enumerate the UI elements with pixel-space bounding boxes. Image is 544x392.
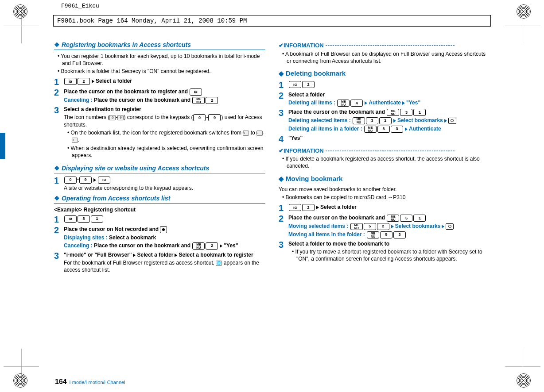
step: 2 Place the cursor on the bookmark and M… bbox=[279, 214, 490, 238]
step-title: Place the cursor on the bookmark to regi… bbox=[64, 88, 202, 95]
step-title: "Yes" bbox=[288, 135, 303, 141]
step-detail: Displaying sites : Select a bookmark bbox=[64, 234, 265, 241]
label-canceling: Canceling : bbox=[64, 242, 94, 249]
step-title: iα2 bbox=[288, 81, 315, 87]
key-menu: MENU bbox=[192, 97, 205, 104]
bullet-item: If you try to move a shortcut-registered… bbox=[292, 248, 490, 262]
registration-target-icon bbox=[517, 4, 531, 19]
key-2: 2 bbox=[377, 223, 389, 230]
key-0: 0 bbox=[193, 114, 206, 121]
step-text: Select a bookmark to register bbox=[179, 252, 253, 258]
detail-text: Place the cursor on the bookmark and bbox=[94, 97, 192, 103]
key-3: 3 bbox=[400, 109, 412, 116]
key-3: 3 bbox=[377, 126, 390, 133]
key-menu: MENU bbox=[192, 242, 205, 250]
key-2: 2 bbox=[206, 97, 218, 104]
arrow-icon bbox=[316, 206, 319, 209]
bullet-list: A bookmark of Full Browser can be displa… bbox=[279, 50, 490, 65]
step-text: Select a folder bbox=[320, 204, 357, 210]
key-2: 2 bbox=[78, 78, 90, 85]
example-label: <Example> Registering shortcut bbox=[54, 206, 265, 213]
arrow-icon bbox=[93, 178, 96, 182]
page-content: ❖Registering bookmarks in Access shortcu… bbox=[54, 38, 490, 374]
step: 2 Select a folder Deleting all items : M… bbox=[279, 91, 490, 107]
arrow-icon bbox=[402, 101, 405, 105]
detail-text: ) correspond to the keypads ( bbox=[124, 114, 193, 120]
heading-text: Registering bookmarks in Access shortcut… bbox=[62, 41, 191, 48]
step: 3 Place the cursor on the bookmark and M… bbox=[279, 108, 490, 132]
key-8: 8 bbox=[78, 215, 90, 223]
bullet-list: If you try to move a shortcut-registered… bbox=[288, 248, 490, 262]
bullet-item: When a destination already registered is… bbox=[67, 145, 265, 159]
book-info-bar: F906i.book Page 164 Monday, April 21, 20… bbox=[53, 15, 491, 27]
label-canceling: Canceling : bbox=[64, 97, 94, 103]
step-number: 2 bbox=[279, 91, 288, 100]
step-detail: Moving selected items : MENU52Select boo… bbox=[288, 223, 490, 230]
detail-text: The icon numbers ( bbox=[64, 114, 109, 120]
step-title: iα2Select a folder bbox=[64, 78, 132, 84]
step: 1 iα81 bbox=[54, 215, 265, 224]
step-number: 3 bbox=[54, 251, 64, 260]
step-detail: Deleting selected items : MENU32Select b… bbox=[288, 117, 490, 124]
heading-text: INFORMATION bbox=[284, 147, 324, 154]
footer-text: i-mode/i-motion/i-Channel bbox=[70, 380, 125, 385]
key-mail: ✉ bbox=[190, 88, 202, 96]
key-2: 2 bbox=[206, 242, 218, 250]
key-3: 3 bbox=[391, 126, 403, 133]
label-deleting-all: Deleting all items : bbox=[288, 100, 337, 106]
detail-text: Select bookmarks bbox=[397, 117, 443, 123]
key-i-alpha: iα bbox=[64, 215, 77, 223]
bullet-item: You can register 1 bookmark for each key… bbox=[58, 53, 265, 67]
arrow-icon bbox=[175, 254, 177, 257]
step-title: Select a destination to register bbox=[64, 106, 265, 113]
step-detail: For the bookmark of Full Browser registe… bbox=[64, 259, 265, 273]
step-title: Select a folder bbox=[288, 91, 490, 98]
step-number: 1 bbox=[54, 77, 64, 86]
step-title: "i-mode" or "Full Browser"Select a folde… bbox=[64, 252, 253, 258]
step-detail: Canceling : Place the cursor on the book… bbox=[64, 242, 265, 250]
arrow-icon bbox=[393, 119, 396, 123]
key-camera bbox=[448, 118, 456, 124]
key-9: 9 bbox=[208, 114, 221, 121]
step-number: 3 bbox=[279, 240, 288, 249]
arrow-icon bbox=[133, 254, 136, 257]
step-title: Select a folder to move the bookmark to bbox=[288, 240, 490, 247]
bullet-list: Bookmarks can be copied to microSD card.… bbox=[279, 194, 490, 201]
shortcut-icon: 0 bbox=[256, 131, 263, 136]
subsection-deleting-bookmark: ◆Deleting bookmark bbox=[279, 69, 490, 78]
step: 2 Place the cursor on the bookmark to re… bbox=[54, 88, 265, 104]
page-canvas: F906i_E1kou F906i.book Page 164 Monday, … bbox=[0, 0, 544, 392]
key-0: 0 bbox=[64, 177, 77, 184]
key-i-alpha: iα bbox=[289, 204, 301, 211]
step-number: 4 bbox=[279, 135, 288, 143]
step-title: iα81 bbox=[64, 215, 104, 222]
step-text: Select a folder bbox=[137, 252, 173, 258]
label-moving-selected: Moving selected items : bbox=[288, 223, 350, 229]
page-footer: 164i-mode/i-motion/i-Channel bbox=[55, 378, 125, 386]
key-9: 9 bbox=[79, 177, 92, 184]
doc-id: F906i_E1kou bbox=[61, 3, 99, 9]
right-column: ✔INFORMATION ---------------------------… bbox=[279, 38, 490, 374]
step-number: 1 bbox=[54, 215, 64, 224]
detail-text: Authenticate bbox=[369, 100, 401, 106]
step-number: 2 bbox=[54, 226, 64, 234]
arrow-icon bbox=[391, 225, 394, 228]
information-heading: ✔INFORMATION ---------------------------… bbox=[279, 42, 490, 50]
globe-icon: 🌐 bbox=[216, 261, 222, 266]
bullet-item: Bookmarks can be copied to microSD card.… bbox=[282, 194, 490, 201]
information-heading: ✔INFORMATION ---------------------------… bbox=[279, 147, 490, 155]
key-menu: MENU bbox=[364, 126, 377, 133]
step-detail: Moving all items in the folder : MENU53 bbox=[288, 231, 490, 238]
registration-target-icon bbox=[13, 373, 27, 388]
arrow-icon bbox=[365, 101, 367, 105]
key-5: 5 bbox=[364, 223, 376, 230]
registration-target-icon bbox=[13, 4, 27, 19]
section-display-access-shortcuts: ❖Displaying site or website using Access… bbox=[54, 164, 265, 173]
detail-text: Select bookmarks bbox=[395, 223, 441, 229]
step-title: iα2Select a folder bbox=[288, 204, 357, 210]
step-text: Place the cursor on the bookmark and bbox=[288, 215, 386, 221]
heading-text: Operating from Access shortcuts list bbox=[62, 195, 170, 202]
bullet-item: If you delete a bookmark registered as a… bbox=[282, 155, 490, 169]
step-title: 0-9iα bbox=[64, 177, 111, 183]
detail-text: . bbox=[78, 137, 79, 143]
